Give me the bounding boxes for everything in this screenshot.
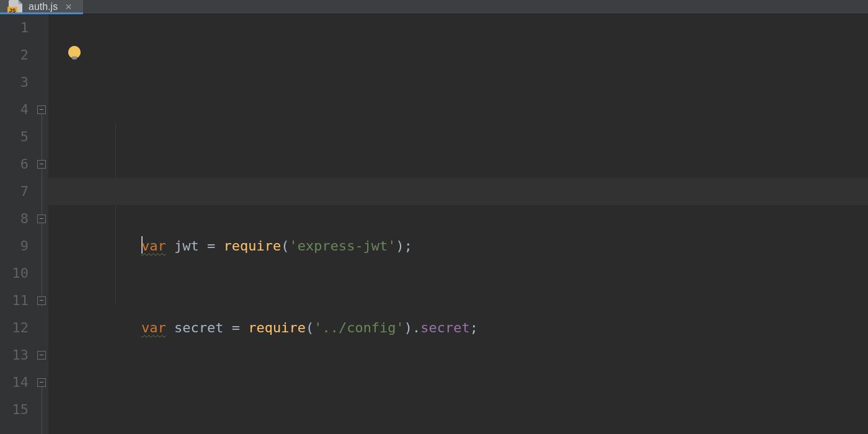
- close-icon[interactable]: ×: [64, 1, 73, 12]
- code-area[interactable]: var jwt = require('express-jwt'); var se…: [48, 14, 868, 434]
- line-number: 2: [0, 42, 29, 69]
- line-number: 7: [0, 178, 29, 205]
- fold-toggle-icon[interactable]: −: [37, 351, 46, 360]
- fold-toggle-icon[interactable]: −: [37, 105, 46, 114]
- line-number: 12: [0, 314, 29, 342]
- tab-auth-js[interactable]: JS auth.js ×: [0, 0, 83, 14]
- intention-bulb-icon[interactable]: [68, 46, 81, 58]
- fold-guide: [42, 380, 42, 434]
- fold-toggle-icon[interactable]: −: [37, 296, 46, 305]
- fold-gutter: − − − − − −: [36, 14, 48, 434]
- fold-guide: [42, 107, 42, 307]
- line-number: 9: [0, 232, 29, 260]
- line-number: 11: [0, 287, 29, 314]
- code-line: var secret = require('../config').secret…: [76, 287, 868, 314]
- code-line: [76, 396, 868, 423]
- javascript-file-icon: JS: [9, 0, 22, 14]
- line-number: 10: [0, 260, 29, 287]
- tab-bar: JS auth.js ×: [0, 0, 868, 14]
- line-number: 4: [0, 96, 29, 123]
- line-number: 5: [0, 123, 29, 151]
- fold-toggle-icon[interactable]: −: [37, 215, 46, 223]
- fold-toggle-icon[interactable]: −: [37, 160, 46, 169]
- line-number: 1: [0, 14, 29, 42]
- line-number: 8: [0, 205, 29, 232]
- line-number: 3: [0, 69, 29, 96]
- tab-title: auth.js: [29, 2, 58, 12]
- code-line: var jwt = require('express-jwt');: [76, 178, 868, 205]
- line-number: 14: [0, 369, 29, 396]
- editor-window: JS auth.js × 1 2 3 4 5 6 7 8 9 10 11 12 …: [0, 0, 868, 434]
- code-editor[interactable]: 1 2 3 4 5 6 7 8 9 10 11 12 13 14 15 − − …: [0, 14, 868, 434]
- line-number: 13: [0, 342, 29, 369]
- fold-toggle-icon[interactable]: −: [37, 378, 46, 387]
- line-number: 15: [0, 396, 29, 423]
- caret-line-highlight: [48, 178, 868, 205]
- line-number: 6: [0, 151, 29, 178]
- line-number-gutter: 1 2 3 4 5 6 7 8 9 10 11 12 13 14 15: [0, 14, 36, 434]
